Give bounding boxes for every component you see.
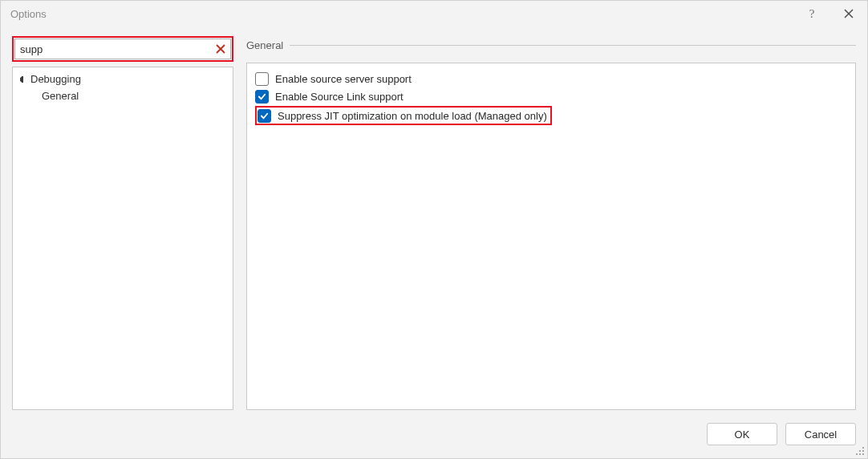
search-input[interactable] <box>20 43 214 55</box>
svg-point-8 <box>859 453 861 455</box>
search-clear-button[interactable] <box>214 43 227 55</box>
help-icon: ? <box>809 7 815 21</box>
svg-point-5 <box>859 450 861 452</box>
option-label: Enable source server support <box>275 73 412 85</box>
dialog-body: Debugging General General Enable source … <box>1 26 867 410</box>
checkbox-checked[interactable] <box>258 109 271 123</box>
svg-point-6 <box>862 450 864 452</box>
option-enable-source-server[interactable]: Enable source server support <box>255 70 847 87</box>
dialog-footer: OK Cancel <box>1 410 867 458</box>
tree-item-debugging[interactable]: Debugging <box>13 71 233 87</box>
options-dialog: Options ? <box>0 0 868 459</box>
titlebar-buttons: ? <box>793 1 867 26</box>
clear-icon <box>216 44 225 54</box>
tree-label: Debugging <box>30 73 81 85</box>
svg-point-4 <box>862 447 864 449</box>
dialog-title: Options <box>10 8 47 20</box>
svg-point-9 <box>862 453 864 455</box>
resize-grip[interactable] <box>854 445 865 456</box>
checkbox-checked[interactable] <box>255 90 269 104</box>
search-highlight <box>12 36 233 62</box>
help-button[interactable]: ? <box>793 1 830 26</box>
tree-label: General <box>42 90 79 102</box>
group-title: General <box>246 39 283 51</box>
group-divider <box>290 45 856 46</box>
ok-button[interactable]: OK <box>707 423 777 445</box>
close-button[interactable] <box>830 1 867 26</box>
cancel-button[interactable]: Cancel <box>785 423 856 445</box>
right-panel: General Enable source server support Ena… <box>246 36 856 410</box>
close-icon <box>844 9 854 18</box>
category-tree[interactable]: Debugging General <box>12 67 233 410</box>
option-highlight: Suppress JIT optimization on module load… <box>255 106 552 125</box>
option-label: Suppress JIT optimization on module load… <box>278 110 547 122</box>
left-panel: Debugging General <box>12 36 233 410</box>
option-label: Enable Source Link support <box>275 91 404 103</box>
group-header: General <box>246 39 856 51</box>
tree-item-general[interactable]: General <box>13 87 233 104</box>
option-enable-source-link[interactable]: Enable Source Link support <box>255 87 847 105</box>
check-icon <box>260 112 269 120</box>
check-icon <box>258 92 266 101</box>
search-box[interactable] <box>14 39 231 59</box>
checkbox-unchecked[interactable] <box>255 72 269 86</box>
expander-icon[interactable] <box>19 75 27 83</box>
titlebar: Options ? <box>1 1 867 26</box>
svg-point-7 <box>856 453 858 455</box>
options-pane: Enable source server support Enable Sour… <box>246 63 856 410</box>
